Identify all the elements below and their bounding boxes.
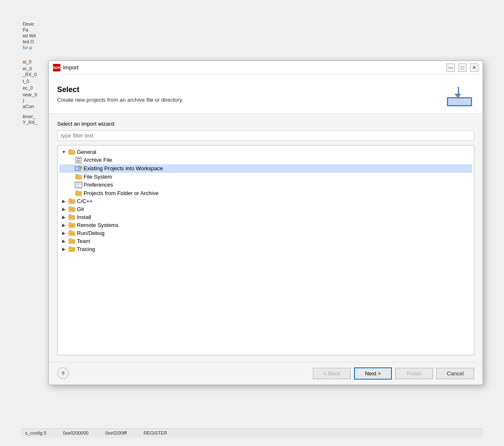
- dialog-footer: ? < Back Next > Finish Cancel: [49, 362, 483, 385]
- expander-existing: [68, 166, 74, 172]
- tree-item-existing-projects[interactable]: + Existing Projects into Workspace: [59, 164, 472, 173]
- expander-team: [61, 238, 67, 244]
- bg-text-16: aCorr: [23, 104, 47, 109]
- bg-text-4: ted O: [23, 39, 47, 44]
- dialog-title: Import: [63, 64, 444, 71]
- bg-text-12: ec_0: [23, 85, 47, 90]
- maximize-button[interactable]: □: [458, 63, 467, 72]
- bg-text-7: er_0: [23, 66, 47, 71]
- tree-label-git: Git: [77, 206, 84, 212]
- bg-text-3: ed Wit: [23, 33, 47, 38]
- filter-input[interactable]: [57, 130, 474, 141]
- bg-text-10: t_0: [23, 79, 47, 84]
- finish-button[interactable]: Finish: [395, 368, 433, 379]
- expander-prefs: [68, 182, 74, 188]
- bg-text-8: _RX_0: [23, 72, 47, 77]
- folder-icon-tracing: [68, 246, 75, 252]
- expander-projects-folder: [68, 190, 74, 196]
- expander-remote: [61, 222, 67, 228]
- bg-text-14: near_0: [23, 92, 47, 97]
- cancel-button[interactable]: Cancel: [436, 368, 474, 379]
- expander-tracing: [61, 246, 67, 252]
- header-import-icon: [445, 82, 474, 107]
- tree-item-tracing[interactable]: Tracing: [59, 245, 472, 253]
- sdk-icon: SDK: [53, 64, 60, 71]
- tree-item-file-system[interactable]: File System: [59, 173, 472, 181]
- tree-label-cpp: C/C++: [77, 198, 93, 204]
- status-item-2: 0xe0200000: [63, 430, 89, 435]
- status-item-4: REGISTER: [144, 430, 167, 435]
- bg-text-5: st_0: [23, 59, 47, 64]
- expander-run-debug: [61, 230, 67, 236]
- tree-label-remote: Remote Systems: [77, 222, 118, 228]
- help-button[interactable]: ?: [57, 367, 69, 379]
- import-tray: [447, 97, 472, 106]
- import-dialog: SDK Import — □ ✕ Select Create new proje…: [48, 61, 483, 385]
- folder-icon-install: [68, 214, 75, 220]
- header-title: Select: [57, 85, 445, 94]
- tree-item-git[interactable]: Git: [59, 205, 472, 213]
- svg-rect-3: [76, 161, 81, 162]
- folder-icon-filesystem: [75, 174, 82, 179]
- bg-left-panel: Devic Pa ed Wit ted O for p st_0 er_0 _R…: [21, 9, 48, 428]
- minimize-button[interactable]: —: [446, 63, 455, 72]
- tree-item-preferences[interactable]: Preferences: [59, 181, 472, 189]
- tree-item-cpp[interactable]: C/C++: [59, 197, 472, 205]
- tree-item-install[interactable]: Install: [59, 213, 472, 221]
- expander-filesystem: [68, 174, 74, 179]
- tree-label-existing: Existing Projects into Workspace: [84, 165, 163, 172]
- tree-label-tracing: Tracing: [77, 246, 95, 252]
- folder-icon-remote: [68, 222, 75, 228]
- next-button[interactable]: Next >: [354, 367, 392, 380]
- expander-general: [61, 149, 67, 155]
- title-controls: — □ ✕: [446, 63, 478, 72]
- bg-text-2: Pa: [23, 27, 47, 32]
- tree-item-team[interactable]: Team: [59, 237, 472, 245]
- expander-cpp: [61, 198, 67, 204]
- folder-icon-projects: [75, 190, 82, 196]
- svg-text:+: +: [80, 166, 81, 169]
- back-button[interactable]: < Back: [313, 368, 351, 379]
- archive-icon: [75, 157, 82, 164]
- status-bar: s_config 0 0xe0200000 0xe0200fff REGISTE…: [21, 428, 483, 438]
- bg-link: for p: [23, 45, 47, 50]
- dialog-body: Select an import wizard: General: [49, 114, 483, 362]
- tree-label-team: Team: [77, 238, 90, 244]
- tree-item-archive-file[interactable]: Archive File: [59, 156, 472, 164]
- bg-text-1: Devic: [23, 21, 47, 26]
- tree-label-archive: Archive File: [84, 157, 112, 163]
- folder-icon-general: [68, 149, 75, 155]
- header-text: Select Create new projects from an archi…: [57, 85, 445, 103]
- workspace-icon: +: [75, 165, 82, 172]
- wizard-label: Select an import wizard:: [57, 121, 474, 127]
- folder-icon-git: [68, 206, 75, 212]
- close-button[interactable]: ✕: [470, 63, 478, 72]
- tree-item-remote-systems[interactable]: Remote Systems: [59, 221, 472, 229]
- title-bar: SDK Import — □ ✕: [49, 61, 483, 75]
- folder-icon-cpp: [68, 198, 75, 204]
- status-item-3: 0xe0200fff: [105, 430, 127, 435]
- bg-text-15: ): [23, 98, 47, 103]
- dialog-overlay: Devic Pa ed Wit ted O for p st_0 er_0 _R…: [21, 9, 483, 438]
- tree-item-projects-folder[interactable]: Projects from Folder or Archive: [59, 189, 472, 197]
- tree-label-run-debug: Run/Debug: [77, 230, 105, 236]
- tree-label-general: General: [77, 149, 96, 155]
- tree-label-prefs: Preferences: [84, 182, 113, 188]
- svg-rect-2: [76, 160, 81, 161]
- svg-rect-1: [76, 158, 81, 159]
- folder-icon-team: [68, 238, 75, 244]
- bg-text-18: Y_RX_: [23, 120, 47, 125]
- tree-label-filesystem: File System: [84, 174, 112, 180]
- tree-label-install: Install: [77, 214, 91, 220]
- tree-item-run-debug[interactable]: Run/Debug: [59, 229, 472, 237]
- expander-git: [61, 206, 67, 212]
- wizard-tree: General Archive File: [57, 145, 474, 355]
- tree-item-general[interactable]: General: [59, 148, 472, 156]
- header-subtitle: Create new projects from an archive file…: [57, 97, 445, 103]
- prefs-icon: [75, 182, 82, 188]
- import-graphic: [445, 82, 474, 106]
- expander-archive: [68, 157, 74, 163]
- status-item-1: s_config 0: [25, 430, 46, 435]
- bg-text-17: timer_: [23, 114, 47, 119]
- folder-icon-run-debug: [68, 230, 75, 236]
